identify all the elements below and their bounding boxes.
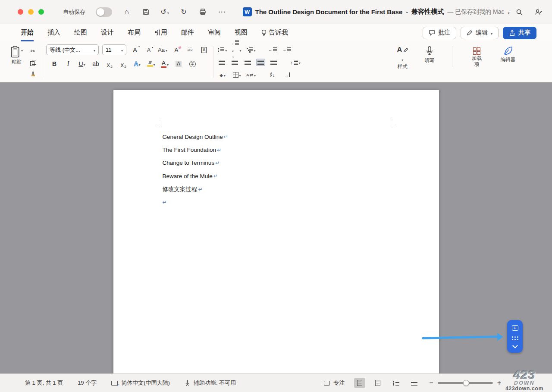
enclose-characters-button[interactable]: 字 (188, 59, 197, 69)
italic-button[interactable]: I (63, 59, 73, 69)
distribute-button[interactable] (269, 59, 278, 66)
underline-caret[interactable] (84, 60, 85, 67)
draft-view-button[interactable] (408, 378, 420, 388)
undo-caret[interactable] (167, 8, 169, 16)
paste-button[interactable]: 粘贴 (7, 44, 26, 66)
align-center-button[interactable] (230, 59, 239, 66)
tab-home[interactable]: 开始 (21, 24, 34, 41)
minimize-window-button[interactable] (28, 9, 34, 15)
bullet-list-caret[interactable] (225, 47, 227, 53)
tab-layout[interactable]: 布局 (128, 24, 141, 41)
zoom-in-button[interactable] (497, 379, 501, 387)
feedback-icon[interactable] (534, 7, 543, 17)
highlight-caret[interactable] (154, 60, 155, 67)
zoom-out-button[interactable] (429, 379, 433, 387)
autosave-toggle[interactable] (96, 7, 112, 17)
new-comment-icon[interactable] (512, 325, 518, 331)
tab-tell-me[interactable]: 告诉我 (261, 24, 288, 41)
numbered-list-button[interactable] (232, 45, 242, 55)
shrink-font-button[interactable]: A (144, 45, 154, 55)
tab-review[interactable]: 审阅 (208, 24, 221, 41)
align-right-button[interactable] (243, 59, 252, 66)
superscript-button[interactable]: X2 (119, 59, 128, 69)
title-caret[interactable] (508, 8, 509, 16)
highlight-color-button[interactable] (146, 59, 156, 69)
borders-button[interactable] (232, 70, 242, 80)
status-accessibility[interactable]: 辅助功能: 不可用 (185, 379, 236, 387)
decrease-indent-button[interactable] (267, 45, 278, 55)
print-layout-view-button[interactable] (354, 378, 365, 388)
line-spacing-caret[interactable] (299, 59, 301, 66)
outline-view-button[interactable] (390, 378, 401, 388)
phonetic-guide-button[interactable]: abc (185, 45, 195, 55)
subscript-button[interactable]: X2 (105, 59, 114, 69)
status-page-info[interactable]: 第 1 页, 共 1 页 (25, 379, 63, 387)
tab-mailings[interactable]: 邮件 (181, 24, 194, 41)
search-icon[interactable] (515, 7, 524, 17)
redo-button[interactable] (179, 7, 188, 17)
document-page[interactable]: General Design Outline↵ The First Founda… (113, 90, 439, 373)
text-effects-caret[interactable] (139, 60, 141, 67)
paste-caret[interactable] (21, 46, 23, 53)
close-window-button[interactable] (18, 9, 23, 15)
grid-dots-icon[interactable] (512, 336, 513, 338)
format-painter-icon[interactable] (28, 69, 38, 79)
tab-draw[interactable]: 绘图 (74, 24, 87, 41)
underline-button[interactable]: U (77, 59, 87, 69)
undo-button[interactable] (160, 7, 169, 17)
styles-caret[interactable] (401, 55, 403, 63)
edit-mode-button[interactable]: 编辑 (461, 27, 499, 39)
font-size-select[interactable]: 11 (102, 44, 126, 55)
change-case-button[interactable]: Aa (157, 45, 168, 55)
save-icon[interactable] (141, 7, 150, 17)
share-button[interactable]: 共享 (503, 27, 536, 39)
character-border-button[interactable]: A (199, 45, 209, 55)
status-language[interactable]: 简体中文(中国大陆) (111, 379, 170, 387)
numbered-list-caret[interactable] (240, 47, 242, 53)
dictate-button[interactable]: 听写 (422, 44, 438, 65)
font-name-select[interactable]: 等线 (中文... (46, 44, 99, 55)
web-layout-view-button[interactable] (372, 378, 383, 388)
shading-caret[interactable] (224, 72, 226, 78)
copy-icon[interactable] (28, 58, 38, 67)
zoom-slider-knob[interactable] (463, 380, 469, 386)
font-color-caret[interactable] (167, 60, 169, 67)
font-color-button[interactable]: A (160, 59, 169, 69)
comments-button[interactable]: 批注 (423, 27, 456, 39)
tab-design[interactable]: 设计 (101, 24, 114, 41)
print-icon[interactable] (198, 7, 207, 17)
bold-button[interactable]: B (50, 59, 59, 69)
line-spacing-button[interactable] (290, 58, 301, 67)
document-text[interactable]: General Design Outline↵ The First Founda… (163, 130, 228, 209)
addins-button[interactable]: 加载项 (467, 44, 487, 69)
zoom-slider[interactable] (438, 382, 493, 384)
multilevel-list-button[interactable] (246, 45, 256, 55)
align-left-button[interactable] (217, 59, 226, 66)
text-effects-button[interactable]: A (132, 59, 142, 69)
clear-formatting-button[interactable]: A (171, 45, 182, 55)
justify-button[interactable] (256, 59, 265, 66)
shading-button[interactable] (217, 70, 228, 80)
zoom-window-button[interactable] (38, 9, 44, 15)
borders-caret[interactable] (239, 72, 241, 78)
tab-view[interactable]: 视图 (235, 24, 248, 41)
increase-indent-button[interactable] (282, 45, 292, 55)
status-word-count[interactable]: 19 个字 (78, 379, 97, 387)
asian-layout-button[interactable]: A (246, 70, 256, 80)
document-title[interactable]: The Outline Design Document for the Firs… (255, 8, 403, 16)
multilevel-list-caret[interactable] (254, 47, 256, 53)
home-icon[interactable] (122, 7, 131, 17)
cut-icon[interactable] (28, 46, 38, 56)
strikethrough-button[interactable]: ab (91, 59, 100, 69)
bullet-list-button[interactable] (217, 45, 228, 55)
focus-mode-button[interactable]: 专注 (324, 379, 345, 387)
tab-references[interactable]: 引用 (154, 24, 167, 41)
tab-insert[interactable]: 插入 (47, 24, 60, 41)
show-formatting-marks-button[interactable] (282, 70, 292, 80)
grow-font-button[interactable]: A (130, 45, 140, 55)
floating-widget[interactable] (507, 320, 523, 353)
chevron-down-icon[interactable] (512, 343, 518, 348)
asian-layout-caret[interactable] (254, 72, 256, 78)
more-commands-icon[interactable] (217, 7, 226, 17)
styles-button[interactable]: A 样式 (394, 44, 411, 71)
